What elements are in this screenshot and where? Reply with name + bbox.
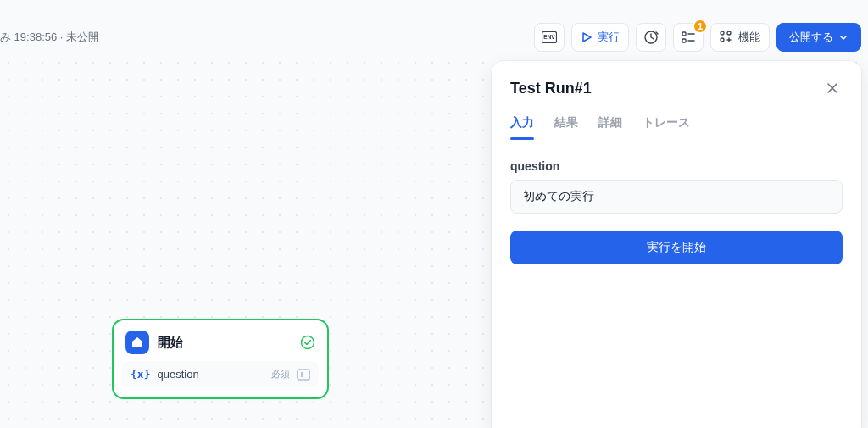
panel-tabs: 入力 結果 詳細 トレース xyxy=(510,115,843,139)
checklist-icon xyxy=(681,30,696,45)
home-icon xyxy=(125,331,149,354)
features-button[interactable]: 機能 xyxy=(710,23,770,52)
env-button[interactable]: ENV xyxy=(534,23,565,52)
node-header: 開始 xyxy=(114,320,327,361)
node-title: 開始 xyxy=(158,335,292,351)
question-input[interactable] xyxy=(510,180,843,214)
test-run-panel: Test Run#1 入力 結果 詳細 トレース question 実行を開始 xyxy=(492,61,861,428)
status-text: み 19:38:56 · 未公開 xyxy=(0,30,99,45)
svg-point-9 xyxy=(721,38,724,42)
svg-point-8 xyxy=(727,31,731,35)
env-icon: ENV xyxy=(542,31,557,43)
tab-result[interactable]: 結果 xyxy=(554,115,578,139)
play-icon xyxy=(581,31,593,43)
features-label: 機能 xyxy=(738,30,760,45)
input-label: question xyxy=(510,159,843,173)
publish-label: 公開する xyxy=(789,30,833,45)
start-node[interactable]: 開始 {x} question 必須 xyxy=(112,319,329,399)
tab-input[interactable]: 入力 xyxy=(510,115,534,139)
run-button[interactable]: 実行 xyxy=(571,23,629,52)
node-body: {x} question 必須 xyxy=(114,361,327,397)
notification-badge: 1 xyxy=(693,19,708,34)
schedule-button[interactable] xyxy=(636,23,666,52)
field-row[interactable]: {x} question 必須 xyxy=(122,361,319,387)
input-section: question xyxy=(510,159,843,214)
text-input-icon xyxy=(297,369,310,381)
field-required-label: 必須 xyxy=(271,368,290,381)
svg-rect-11 xyxy=(298,370,309,380)
list-button[interactable]: 1 xyxy=(673,23,704,52)
topbar-actions: ENV 実行 1 機能 公開する xyxy=(534,23,861,52)
panel-title: Test Run#1 xyxy=(510,80,592,97)
close-icon xyxy=(826,81,839,95)
variable-icon: {x} xyxy=(131,368,150,381)
tab-detail[interactable]: 詳細 xyxy=(598,115,622,139)
field-name: question xyxy=(157,368,264,381)
tab-trace[interactable]: トレース xyxy=(643,115,690,139)
svg-text:ENV: ENV xyxy=(543,34,555,40)
svg-rect-3 xyxy=(682,32,686,36)
topbar: み 19:38:56 · 未公開 ENV 実行 1 xyxy=(0,20,861,54)
svg-rect-5 xyxy=(682,39,686,42)
run-label: 実行 xyxy=(598,30,620,45)
start-run-button[interactable]: 実行を開始 xyxy=(510,231,843,264)
chevron-down-icon xyxy=(838,32,849,42)
clock-icon xyxy=(643,30,659,45)
svg-point-10 xyxy=(302,336,314,349)
svg-point-7 xyxy=(721,31,724,35)
grid-plus-icon xyxy=(720,31,733,44)
check-circle-icon xyxy=(300,335,315,350)
publish-button[interactable]: 公開する xyxy=(776,23,861,52)
close-button[interactable] xyxy=(822,78,843,98)
panel-header: Test Run#1 xyxy=(510,78,843,98)
